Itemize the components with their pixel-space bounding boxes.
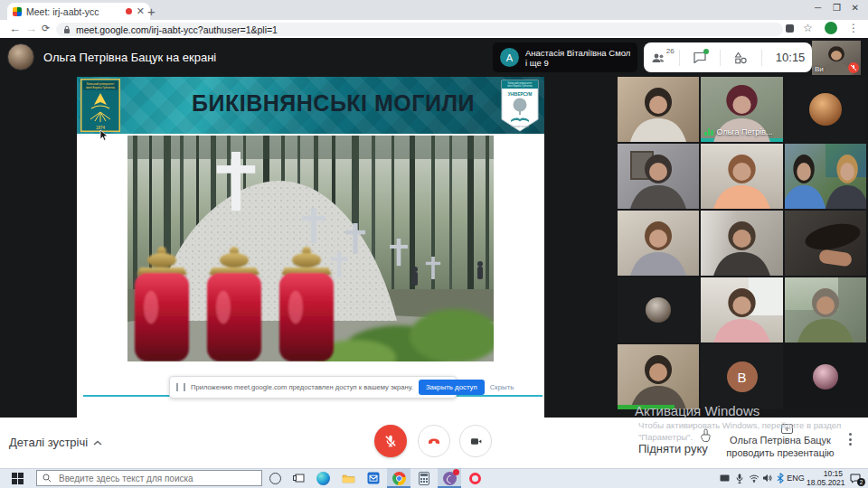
participant-tile[interactable] bbox=[701, 277, 783, 343]
meet-topbar: 26 10:15 bbox=[644, 42, 812, 72]
stop-sharing-button[interactable]: Закрыть доступ bbox=[419, 380, 485, 395]
taskbar-search[interactable] bbox=[36, 470, 262, 486]
participant-tile[interactable] bbox=[701, 211, 783, 276]
browser-tab[interactable]: Meet: irj-aabt-ycc ✕ bbox=[7, 3, 150, 20]
search-icon bbox=[42, 474, 52, 483]
memorial-photo bbox=[127, 136, 494, 361]
chrome-app-icon[interactable] bbox=[387, 468, 410, 488]
activities-button[interactable] bbox=[734, 52, 747, 64]
viber-app-icon[interactable] bbox=[438, 468, 461, 488]
mail-app-icon[interactable] bbox=[362, 468, 385, 488]
participants-pill[interactable]: А Анастасія Віталіївна Смолян... і ще 9 bbox=[493, 42, 637, 72]
presenting-status: Ольга Петрівна Бацук проводить презентац… bbox=[712, 435, 848, 459]
divider bbox=[679, 50, 680, 66]
meeting-details-button[interactable]: Деталі зустрічі bbox=[9, 436, 102, 449]
end-call-button[interactable] bbox=[418, 425, 450, 457]
taskbar-clock[interactable]: 10:15 18.05.2021 bbox=[807, 470, 843, 487]
raise-hand-button[interactable]: Підняти руку bbox=[638, 442, 708, 455]
viber-icon bbox=[443, 472, 457, 485]
meet-favicon-icon bbox=[13, 7, 22, 16]
windows-logo-icon bbox=[12, 473, 24, 484]
slide-title: БИКІВНЯНСЬКІ МОГИЛИ bbox=[185, 90, 481, 117]
speaking-indicator-icon bbox=[704, 128, 713, 136]
extension-icon[interactable] bbox=[785, 23, 795, 33]
window-minimize-button[interactable]: ─ bbox=[815, 3, 821, 13]
cortana-button[interactable] bbox=[264, 468, 286, 488]
tab-title: Meet: irj-aabt-ycc bbox=[26, 6, 121, 17]
opera-app-icon[interactable] bbox=[463, 468, 486, 488]
people-button[interactable]: 26 bbox=[651, 52, 665, 63]
mic-mute-button[interactable] bbox=[374, 425, 407, 457]
people-count: 26 bbox=[666, 47, 675, 55]
browser-menu-icon[interactable]: ⋮ bbox=[848, 22, 859, 34]
language-switcher[interactable]: ENG bbox=[786, 468, 806, 488]
search-input[interactable] bbox=[57, 473, 256, 484]
task-view-icon bbox=[293, 474, 305, 483]
new-tab-button[interactable]: + bbox=[147, 4, 156, 19]
hand-cursor bbox=[700, 428, 712, 442]
screen-share-notification: Приложению meet.google.com предоставлен … bbox=[169, 376, 457, 399]
edge-icon bbox=[316, 472, 330, 485]
participant-tile[interactable] bbox=[618, 211, 699, 276]
tray-volume-icon[interactable] bbox=[760, 468, 774, 488]
participant-tile[interactable] bbox=[618, 144, 699, 209]
participant-tile[interactable] bbox=[618, 77, 699, 142]
tray-mic-icon[interactable] bbox=[732, 468, 747, 488]
camera-button[interactable] bbox=[459, 425, 492, 457]
participant-photo-avatar bbox=[646, 297, 671, 323]
tray-device-icon[interactable] bbox=[716, 468, 732, 488]
participant-tile[interactable] bbox=[785, 211, 866, 276]
start-button[interactable] bbox=[0, 468, 34, 488]
shared-screen: Київський університет імені Бориса Грінч… bbox=[77, 77, 544, 418]
participant-tile[interactable] bbox=[785, 144, 866, 209]
bookmark-star-icon[interactable]: ☆ bbox=[803, 22, 813, 34]
tab-close-icon[interactable]: ✕ bbox=[137, 6, 145, 16]
window-restore-button[interactable]: ❐ bbox=[833, 3, 841, 13]
participant-tile[interactable] bbox=[785, 277, 866, 343]
camera-icon bbox=[469, 435, 483, 448]
participant-tile-olga[interactable]: Ольга Петрів... bbox=[701, 77, 783, 142]
window-close-button[interactable]: ✕ bbox=[852, 3, 859, 13]
tray-bluetooth-icon[interactable] bbox=[774, 468, 786, 488]
more-options-icon[interactable] bbox=[843, 433, 857, 446]
presenter-banner-text: Ольга Петрівна Бацук на екрані bbox=[43, 51, 216, 64]
svg-text:імені Бориса Грінченка: імені Бориса Грінченка bbox=[507, 84, 533, 88]
task-view-button[interactable] bbox=[288, 468, 309, 488]
slide-banner: Київський університет імені Бориса Грінч… bbox=[77, 77, 544, 134]
participant-grid: Ольга Петрів... bbox=[618, 77, 868, 411]
participant-tile[interactable] bbox=[701, 144, 783, 209]
windows-activation-line: "Параметры". bbox=[638, 432, 693, 442]
edge-app-icon[interactable] bbox=[311, 468, 335, 488]
participant-tile[interactable]: В bbox=[701, 344, 783, 409]
selfview-label: Ви bbox=[815, 65, 824, 73]
selfview-tile[interactable]: Ви bbox=[812, 41, 861, 75]
participant-photo-avatar bbox=[809, 93, 842, 126]
participant-tile[interactable] bbox=[785, 344, 866, 409]
svg-text:імені Бориса Грінченка: імені Бориса Грінченка bbox=[86, 86, 115, 89]
reload-button[interactable]: ⟳ bbox=[42, 23, 50, 34]
taskbar-date: 18.05.2021 bbox=[807, 479, 843, 488]
action-center-button[interactable]: 2 bbox=[844, 468, 866, 488]
forward-button[interactable]: → bbox=[25, 23, 37, 34]
opera-icon bbox=[469, 473, 481, 484]
hide-notification-link[interactable]: Скрыть bbox=[490, 383, 514, 391]
tray-network-icon[interactable] bbox=[747, 468, 761, 488]
file-explorer-app-icon[interactable] bbox=[336, 468, 360, 488]
chrome-icon bbox=[392, 472, 406, 485]
participant-pill-more: і ще 9 bbox=[525, 58, 630, 68]
profile-avatar[interactable] bbox=[825, 22, 837, 34]
calculator-app-icon[interactable] bbox=[412, 468, 436, 488]
participant-tile[interactable] bbox=[785, 77, 866, 142]
viber-badge bbox=[453, 469, 459, 475]
participant-tile[interactable] bbox=[618, 277, 699, 343]
universum-logo: Київський університет імені Бориса Грінч… bbox=[501, 80, 539, 132]
address-bar[interactable]: meet.google.com/irj-aabt-ycc?authuser=1&… bbox=[56, 23, 783, 36]
back-button[interactable]: ← bbox=[9, 23, 21, 34]
participant-photo-avatar bbox=[813, 364, 838, 389]
chat-button[interactable] bbox=[693, 52, 706, 63]
participant-tile[interactable] bbox=[618, 344, 699, 409]
university-logo: Київський університет імені Бориса Грінч… bbox=[80, 79, 120, 132]
meeting-clock: 10:15 bbox=[776, 51, 806, 64]
participant-name-overlay: Ольга Петрів... bbox=[704, 127, 773, 136]
participant-name: Ольга Петрів... bbox=[717, 127, 773, 136]
